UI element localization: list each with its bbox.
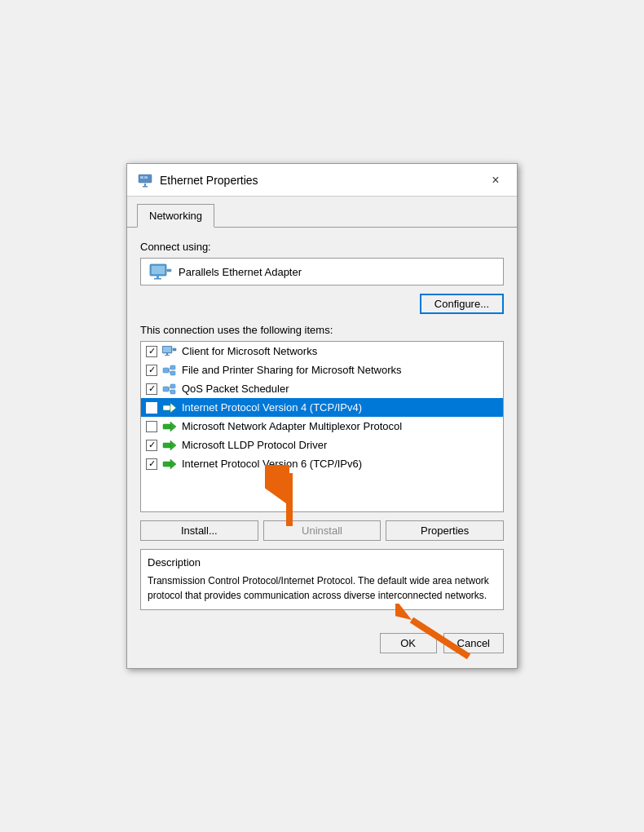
ethernet-properties-dialog: Ethernet Properties × Networking Connect… [126, 163, 518, 669]
svg-rect-1 [140, 176, 143, 179]
svg-rect-13 [166, 353, 168, 355]
item-label: Client for Microsoft Networks [182, 345, 317, 357]
ok-button[interactable]: OK [380, 633, 437, 653]
item-label: QoS Packet Scheduler [182, 383, 289, 395]
svg-rect-6 [152, 266, 165, 274]
description-title: Description [148, 556, 496, 569]
svg-rect-22 [170, 384, 175, 388]
list-item[interactable]: Internet Protocol Version 4 (TCP/IPv4) [141, 398, 503, 417]
connection-items-label: This connection uses the following items… [140, 324, 504, 336]
svg-rect-4 [143, 186, 148, 188]
svg-line-24 [169, 386, 170, 389]
item-icon [162, 458, 177, 470]
svg-rect-15 [173, 348, 176, 351]
install-button[interactable]: Install... [140, 520, 258, 541]
tab-strip: Networking [127, 197, 517, 228]
item-icon [162, 383, 177, 395]
uninstall-button[interactable]: Uninstall [263, 520, 382, 541]
svg-rect-7 [157, 276, 159, 278]
item-label: Microsoft Network Adapter Multiplexor Pr… [182, 420, 402, 432]
description-text: Transmission Control Protocol/Internet P… [148, 573, 496, 603]
adapter-name: Parallels Ethernet Adapter [179, 266, 302, 278]
item-checkbox[interactable] [146, 458, 157, 470]
svg-rect-17 [170, 365, 175, 370]
svg-rect-2 [144, 176, 148, 179]
svg-marker-27 [170, 403, 176, 413]
list-item[interactable]: File and Printer Sharing for Microsoft N… [141, 361, 503, 379]
title-bar: Ethernet Properties × [127, 164, 517, 197]
item-checkbox[interactable] [146, 346, 157, 357]
svg-rect-28 [163, 424, 170, 429]
svg-line-19 [169, 367, 170, 370]
svg-marker-29 [170, 422, 176, 431]
item-checkbox[interactable] [146, 421, 157, 432]
dialog-title: Ethernet Properties [160, 174, 484, 187]
item-icon [162, 365, 177, 376]
tab-networking[interactable]: Networking [137, 204, 214, 228]
item-label: Microsoft LLDP Protocol Driver [182, 439, 327, 451]
item-checkbox[interactable] [146, 440, 157, 451]
description-box: Description Transmission Control Protoco… [140, 549, 504, 610]
adapter-icon [149, 263, 172, 280]
svg-rect-21 [163, 387, 169, 392]
svg-rect-18 [170, 371, 175, 375]
configure-button[interactable]: Configure... [420, 294, 504, 314]
list-item[interactable]: Microsoft LLDP Protocol Driver [141, 436, 503, 454]
item-icon [162, 440, 177, 451]
svg-line-25 [169, 389, 170, 392]
configure-row: Configure... [140, 294, 504, 314]
list-item[interactable]: Microsoft Network Adapter Multiplexor Pr… [141, 417, 503, 436]
svg-rect-23 [170, 390, 175, 394]
item-checkbox[interactable] [146, 383, 157, 395]
svg-marker-31 [170, 440, 176, 450]
items-list[interactable]: Client for Microsoft Networks File and P… [140, 341, 504, 512]
item-label: File and Printer Sharing for Microsoft N… [182, 364, 401, 376]
svg-marker-33 [170, 459, 176, 469]
svg-rect-16 [163, 368, 169, 373]
dialog-body: Connect using: Parallels Ethernet Adapte… [127, 228, 517, 623]
adapter-box: Parallels Ethernet Adapter [140, 258, 504, 285]
svg-rect-14 [165, 355, 170, 356]
svg-rect-3 [144, 184, 146, 186]
svg-rect-12 [163, 347, 171, 352]
item-label: Internet Protocol Version 6 (TCP/IPv6) [182, 458, 362, 470]
list-item[interactable]: QoS Packet Scheduler [141, 379, 503, 398]
svg-rect-9 [167, 269, 171, 272]
item-label: Internet Protocol Version 4 (TCP/IPv4) [182, 401, 362, 414]
ethernet-icon [137, 172, 153, 188]
svg-rect-8 [154, 278, 161, 280]
svg-rect-30 [163, 443, 170, 448]
properties-button[interactable]: Properties [386, 520, 504, 541]
close-button[interactable]: × [484, 169, 507, 192]
connect-using-label: Connect using: [140, 241, 504, 253]
svg-line-20 [169, 370, 170, 374]
item-icon [162, 421, 177, 432]
item-icon [162, 346, 177, 357]
svg-rect-32 [163, 462, 170, 467]
svg-rect-26 [163, 405, 170, 410]
ok-cancel-row: OK Cancel [127, 623, 517, 666]
item-checkbox[interactable] [146, 365, 157, 376]
list-item[interactable]: Internet Protocol Version 6 (TCP/IPv6) [141, 454, 503, 473]
list-item[interactable]: Client for Microsoft Networks [141, 342, 503, 361]
item-checkbox[interactable] [146, 402, 157, 414]
action-buttons-row: Install... Uninstall Properties [140, 520, 504, 541]
item-icon [162, 402, 177, 414]
cancel-button[interactable]: Cancel [443, 633, 504, 653]
